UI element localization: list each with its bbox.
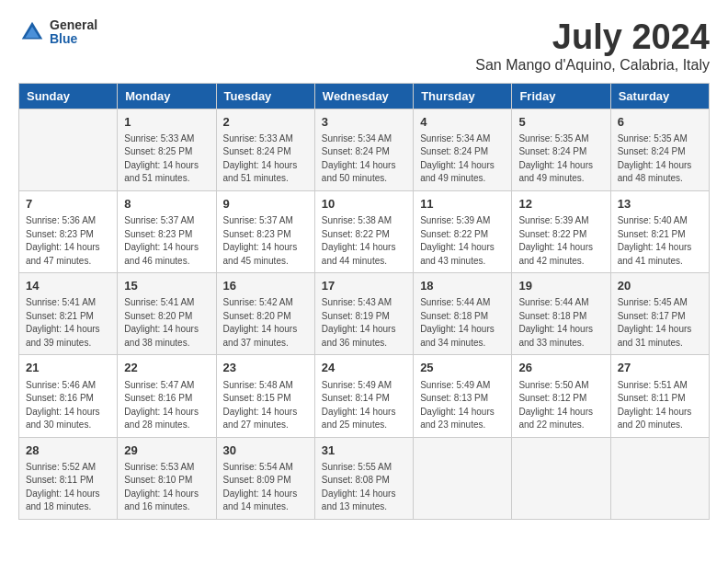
day-cell: 23Sunrise: 5:48 AM Sunset: 8:15 PM Dayli… (216, 355, 314, 437)
day-cell: 16Sunrise: 5:42 AM Sunset: 8:20 PM Dayli… (216, 273, 314, 355)
day-info: Sunrise: 5:53 AM Sunset: 8:10 PM Dayligh… (124, 461, 209, 514)
day-number: 16 (223, 278, 308, 294)
day-number: 10 (322, 196, 406, 213)
week-row-2: 7Sunrise: 5:36 AM Sunset: 8:23 PM Daylig… (19, 190, 710, 272)
day-info: Sunrise: 5:54 AM Sunset: 8:09 PM Dayligh… (223, 461, 308, 514)
day-info: Sunrise: 5:44 AM Sunset: 8:18 PM Dayligh… (420, 296, 505, 350)
logo-icon (18, 18, 46, 46)
calendar-table: SundayMondayTuesdayWednesdayThursdayFrid… (18, 83, 710, 520)
day-cell: 21Sunrise: 5:46 AM Sunset: 8:16 PM Dayli… (19, 355, 118, 437)
day-info: Sunrise: 5:42 AM Sunset: 8:20 PM Dayligh… (223, 296, 308, 350)
day-cell (19, 109, 118, 190)
day-info: Sunrise: 5:52 AM Sunset: 8:11 PM Dayligh… (26, 461, 110, 514)
day-number: 1 (124, 114, 209, 131)
day-cell: 22Sunrise: 5:47 AM Sunset: 8:16 PM Dayli… (118, 355, 216, 437)
day-info: Sunrise: 5:43 AM Sunset: 8:19 PM Dayligh… (322, 296, 406, 350)
day-number: 26 (518, 360, 603, 376)
day-cell: 24Sunrise: 5:49 AM Sunset: 8:14 PM Dayli… (314, 355, 413, 437)
header-day-friday: Friday (512, 83, 610, 109)
logo-text: General Blue (50, 18, 97, 47)
day-number: 23 (223, 360, 308, 376)
day-info: Sunrise: 5:35 AM Sunset: 8:24 PM Dayligh… (518, 132, 603, 186)
day-cell: 17Sunrise: 5:43 AM Sunset: 8:19 PM Dayli… (314, 273, 413, 355)
day-info: Sunrise: 5:39 AM Sunset: 8:22 PM Dayligh… (420, 214, 505, 268)
day-cell (414, 437, 512, 519)
header-day-monday: Monday (118, 83, 216, 109)
day-cell: 14Sunrise: 5:41 AM Sunset: 8:21 PM Dayli… (19, 273, 118, 355)
day-cell: 4Sunrise: 5:34 AM Sunset: 8:24 PM Daylig… (414, 109, 512, 190)
day-number: 4 (420, 114, 505, 131)
day-info: Sunrise: 5:37 AM Sunset: 8:23 PM Dayligh… (223, 214, 308, 268)
header-row: SundayMondayTuesdayWednesdayThursdayFrid… (19, 83, 710, 109)
header-day-tuesday: Tuesday (216, 83, 314, 109)
day-info: Sunrise: 5:45 AM Sunset: 8:17 PM Dayligh… (618, 296, 702, 350)
day-cell: 9Sunrise: 5:37 AM Sunset: 8:23 PM Daylig… (216, 190, 314, 272)
header-day-saturday: Saturday (610, 83, 709, 109)
day-number: 8 (124, 196, 209, 213)
day-info: Sunrise: 5:41 AM Sunset: 8:20 PM Dayligh… (124, 296, 209, 350)
day-cell: 5Sunrise: 5:35 AM Sunset: 8:24 PM Daylig… (512, 109, 610, 190)
day-info: Sunrise: 5:46 AM Sunset: 8:16 PM Dayligh… (26, 379, 110, 432)
day-cell: 20Sunrise: 5:45 AM Sunset: 8:17 PM Dayli… (610, 273, 709, 355)
day-info: Sunrise: 5:40 AM Sunset: 8:21 PM Dayligh… (618, 214, 702, 268)
week-row-4: 21Sunrise: 5:46 AM Sunset: 8:16 PM Dayli… (19, 355, 710, 437)
day-cell: 7Sunrise: 5:36 AM Sunset: 8:23 PM Daylig… (19, 190, 118, 272)
day-cell: 1Sunrise: 5:33 AM Sunset: 8:25 PM Daylig… (118, 109, 216, 190)
header-day-wednesday: Wednesday (314, 83, 413, 109)
day-number: 6 (618, 114, 702, 131)
day-number: 13 (618, 196, 702, 213)
day-number: 11 (420, 196, 505, 213)
day-cell (512, 437, 610, 519)
day-info: Sunrise: 5:44 AM Sunset: 8:18 PM Dayligh… (518, 296, 603, 350)
day-number: 18 (420, 278, 505, 294)
day-cell: 10Sunrise: 5:38 AM Sunset: 8:22 PM Dayli… (314, 190, 413, 272)
day-number: 3 (322, 114, 406, 131)
day-cell: 18Sunrise: 5:44 AM Sunset: 8:18 PM Dayli… (414, 273, 512, 355)
day-cell: 12Sunrise: 5:39 AM Sunset: 8:22 PM Dayli… (512, 190, 610, 272)
day-number: 29 (124, 442, 209, 459)
logo-blue-text: Blue (50, 32, 97, 46)
day-cell: 29Sunrise: 5:53 AM Sunset: 8:10 PM Dayli… (118, 437, 216, 519)
day-number: 15 (124, 278, 209, 294)
day-info: Sunrise: 5:49 AM Sunset: 8:14 PM Dayligh… (322, 379, 406, 432)
page-header: General Blue July 2024 San Mango d'Aquin… (18, 18, 710, 74)
day-cell: 13Sunrise: 5:40 AM Sunset: 8:21 PM Dayli… (610, 190, 709, 272)
day-cell: 6Sunrise: 5:35 AM Sunset: 8:24 PM Daylig… (610, 109, 709, 190)
day-info: Sunrise: 5:34 AM Sunset: 8:24 PM Dayligh… (322, 132, 406, 186)
week-row-5: 28Sunrise: 5:52 AM Sunset: 8:11 PM Dayli… (19, 437, 710, 519)
header-day-thursday: Thursday (414, 83, 512, 109)
logo-general-text: General (50, 18, 97, 32)
week-row-3: 14Sunrise: 5:41 AM Sunset: 8:21 PM Dayli… (19, 273, 710, 355)
day-info: Sunrise: 5:34 AM Sunset: 8:24 PM Dayligh… (420, 132, 505, 186)
calendar-subtitle: San Mango d'Aquino, Calabria, Italy (475, 57, 710, 74)
week-row-1: 1Sunrise: 5:33 AM Sunset: 8:25 PM Daylig… (19, 109, 710, 190)
day-number: 19 (518, 278, 603, 294)
day-cell (610, 437, 709, 519)
day-number: 28 (26, 442, 110, 459)
day-cell: 15Sunrise: 5:41 AM Sunset: 8:20 PM Dayli… (118, 273, 216, 355)
day-info: Sunrise: 5:33 AM Sunset: 8:25 PM Dayligh… (124, 132, 209, 186)
day-number: 30 (223, 442, 308, 459)
day-number: 7 (26, 196, 110, 213)
day-number: 21 (26, 360, 110, 376)
day-info: Sunrise: 5:47 AM Sunset: 8:16 PM Dayligh… (124, 379, 209, 432)
day-cell: 11Sunrise: 5:39 AM Sunset: 8:22 PM Dayli… (414, 190, 512, 272)
day-number: 5 (518, 114, 603, 131)
day-info: Sunrise: 5:49 AM Sunset: 8:13 PM Dayligh… (420, 379, 505, 432)
day-cell: 31Sunrise: 5:55 AM Sunset: 8:08 PM Dayli… (314, 437, 413, 519)
day-number: 17 (322, 278, 406, 294)
day-cell: 8Sunrise: 5:37 AM Sunset: 8:23 PM Daylig… (118, 190, 216, 272)
day-cell: 26Sunrise: 5:50 AM Sunset: 8:12 PM Dayli… (512, 355, 610, 437)
day-number: 31 (322, 442, 406, 459)
day-info: Sunrise: 5:51 AM Sunset: 8:11 PM Dayligh… (618, 379, 702, 432)
day-number: 24 (322, 360, 406, 376)
day-info: Sunrise: 5:55 AM Sunset: 8:08 PM Dayligh… (322, 461, 406, 514)
day-info: Sunrise: 5:48 AM Sunset: 8:15 PM Dayligh… (223, 379, 308, 432)
title-area: July 2024 San Mango d'Aquino, Calabria, … (475, 18, 710, 74)
day-info: Sunrise: 5:39 AM Sunset: 8:22 PM Dayligh… (518, 214, 603, 268)
day-number: 14 (26, 278, 110, 294)
logo: General Blue (18, 18, 97, 47)
day-info: Sunrise: 5:50 AM Sunset: 8:12 PM Dayligh… (518, 379, 603, 432)
day-cell: 27Sunrise: 5:51 AM Sunset: 8:11 PM Dayli… (610, 355, 709, 437)
day-info: Sunrise: 5:35 AM Sunset: 8:24 PM Dayligh… (618, 132, 702, 186)
